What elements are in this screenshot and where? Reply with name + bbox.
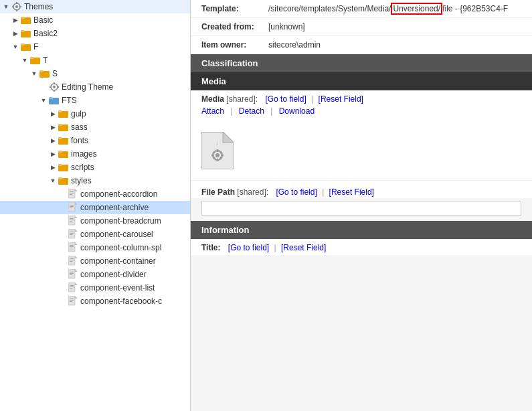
detach-link[interactable]: Detach xyxy=(239,106,264,116)
tree-item-component-archive[interactable]: component-archive xyxy=(0,201,190,214)
tree-toggle-gulp[interactable]: ▶ xyxy=(48,110,58,117)
svg-rect-75 xyxy=(70,288,72,289)
tree-item-component-divider[interactable]: component-divider xyxy=(0,268,190,281)
svg-rect-59 xyxy=(70,246,74,247)
page-icon-component-event-list xyxy=(67,282,79,293)
tree-item-component-breadcrumb[interactable]: component-breadcrum xyxy=(0,214,190,228)
svg-rect-78 xyxy=(70,299,74,299)
folder-yellow-icon-s xyxy=(39,68,51,79)
svg-rect-85 xyxy=(217,149,219,152)
media-go-to-field-link[interactable]: [Go to field] xyxy=(265,94,306,104)
file-path-go-to-field-link[interactable]: [Go to field] xyxy=(276,187,317,197)
media-reset-field-link[interactable]: [Reset Field] xyxy=(319,94,363,104)
tree-item-basic[interactable]: ▶Basic xyxy=(0,13,190,27)
tree-label-styles: styles xyxy=(71,176,92,185)
file-path-input[interactable] xyxy=(201,201,521,216)
svg-rect-48 xyxy=(70,218,74,219)
tree-label-component-breadcrumb: component-breadcrum xyxy=(80,216,161,226)
tree-toggle-f[interactable]: ▼ xyxy=(11,44,20,50)
folder-yellow-icon-scripts xyxy=(58,162,70,173)
tree-item-fts[interactable]: ▼FTS xyxy=(0,94,190,107)
svg-rect-58 xyxy=(70,245,74,246)
svg-rect-43 xyxy=(70,205,74,206)
svg-rect-7 xyxy=(21,17,25,19)
tree-toggle-fonts[interactable]: ▶ xyxy=(48,137,58,144)
tree-item-images[interactable]: ▶images xyxy=(0,147,190,161)
file-path-reset-field-link[interactable]: [Reset Field] xyxy=(329,187,374,197)
page-icon-component-column-spl xyxy=(67,242,79,253)
tree-toggle-basic[interactable]: ▶ xyxy=(11,17,20,23)
page-icon-component-divider xyxy=(67,269,79,280)
tree-item-themes-root[interactable]: ▼Themes xyxy=(0,0,190,13)
tree-item-component-carousel[interactable]: component-carousel xyxy=(0,228,190,241)
tree-toggle-t[interactable]: ▼ xyxy=(20,57,29,64)
svg-marker-52 xyxy=(75,229,78,232)
svg-rect-39 xyxy=(70,193,74,193)
svg-marker-47 xyxy=(75,216,78,218)
tree-item-component-facebook-c[interactable]: component-facebook-c xyxy=(0,295,190,308)
tree-item-component-column-spl[interactable]: component-column-spl xyxy=(0,241,190,254)
svg-point-1 xyxy=(15,5,18,8)
tree-toggle-images[interactable]: ▶ xyxy=(48,151,58,157)
sep4: | xyxy=(322,187,324,197)
media-preview-area: ↓ xyxy=(191,121,532,181)
svg-rect-88 xyxy=(221,155,224,157)
folder-yellow-icon-styles xyxy=(58,175,70,186)
file-icon: ↓ xyxy=(201,132,234,169)
tree-toggle-scripts[interactable]: ▶ xyxy=(48,164,58,171)
tree-label-t: T xyxy=(43,56,48,65)
template-path-pre: /sitecore/templates/System/Media/ xyxy=(268,4,391,13)
tree-item-fonts[interactable]: ▶fonts xyxy=(0,134,190,147)
gear-icon-themes-root xyxy=(11,1,23,12)
tree-item-styles[interactable]: ▼styles xyxy=(0,174,190,187)
svg-rect-74 xyxy=(70,286,74,287)
svg-rect-65 xyxy=(70,261,72,262)
attach-link[interactable]: Attach xyxy=(201,106,224,116)
tree-item-sass[interactable]: ▶sass xyxy=(0,120,190,134)
tree-label-component-facebook-c: component-facebook-c xyxy=(80,297,162,306)
svg-rect-55 xyxy=(70,234,72,235)
title-go-to-field-link[interactable]: [Go to field] xyxy=(228,243,269,252)
tree-item-f[interactable]: ▼F xyxy=(0,40,190,54)
svg-marker-77 xyxy=(75,296,78,299)
tree-label-scripts: scripts xyxy=(71,163,94,172)
tree-toggle-styles[interactable]: ▼ xyxy=(48,177,58,184)
tree-item-component-accordion[interactable]: component-accordion xyxy=(0,187,190,201)
tree-panel[interactable]: ▼Themes▶Basic▶Basic2▼F▼T▼SEditing Theme▼… xyxy=(0,0,191,411)
tree-item-editing-theme[interactable]: Editing Theme xyxy=(0,80,190,94)
tree-label-component-column-spl: component-column-spl xyxy=(80,243,161,252)
tree-toggle-s[interactable]: ▼ xyxy=(29,70,39,77)
svg-rect-79 xyxy=(70,300,74,301)
tree-item-scripts[interactable]: ▶scripts xyxy=(0,161,190,174)
svg-rect-45 xyxy=(70,208,72,208)
tree-toggle-basic2[interactable]: ▶ xyxy=(11,30,20,37)
svg-rect-19 xyxy=(54,90,55,92)
sep2: | xyxy=(311,94,313,104)
folder-yellow-icon-f xyxy=(20,42,32,52)
tree-toggle-themes-root[interactable]: ▼ xyxy=(1,3,11,10)
file-path-row: File Path [shared]: [Go to field] | [Res… xyxy=(191,181,532,198)
tree-item-component-event-list[interactable]: component-event-list xyxy=(0,281,190,295)
svg-rect-23 xyxy=(49,97,53,99)
tree-label-sass: sass xyxy=(71,122,88,132)
svg-rect-4 xyxy=(12,6,14,7)
action-sep1: | xyxy=(230,106,232,116)
tree-item-component-container[interactable]: component-container xyxy=(0,254,190,268)
tree-label-component-event-list: component-event-list xyxy=(80,283,155,293)
tree-item-s[interactable]: ▼S xyxy=(0,67,190,80)
template-value: /sitecore/templates/System/Media/Unversi… xyxy=(268,4,508,13)
svg-rect-33 xyxy=(58,164,62,166)
tree-toggle-fts[interactable]: ▼ xyxy=(39,97,48,104)
svg-rect-5 xyxy=(19,6,21,7)
title-reset-field-link[interactable]: [Reset Field] xyxy=(281,243,326,252)
tree-item-t[interactable]: ▼T xyxy=(0,54,190,67)
download-link[interactable]: Download xyxy=(279,106,315,116)
classification-header: Classification xyxy=(191,54,532,72)
svg-rect-64 xyxy=(70,260,74,260)
tree-item-basic2[interactable]: ▶Basic2 xyxy=(0,27,190,40)
svg-rect-49 xyxy=(70,220,74,220)
tree-item-gulp[interactable]: ▶gulp xyxy=(0,107,190,120)
tree-toggle-sass[interactable]: ▶ xyxy=(48,124,58,131)
svg-rect-29 xyxy=(58,137,62,139)
template-highlight: Unversioned/ xyxy=(391,3,442,15)
